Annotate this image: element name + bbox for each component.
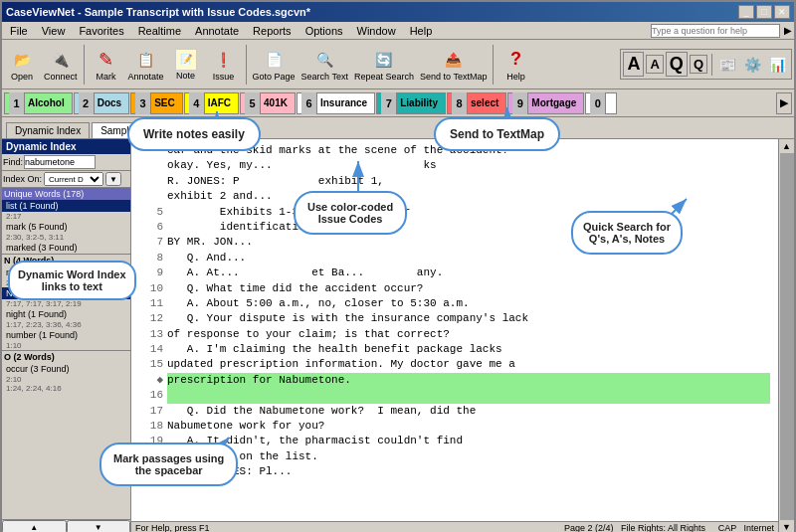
minimize-button[interactable]: _ [738,5,754,19]
menu-favorites[interactable]: Favorites [73,24,129,38]
word-lines-list: 2:17 [2,212,130,221]
word-lines-mark: 2:30, 3:2-5, 3:11 [2,233,130,242]
transcript-line: 7 BY MR. JON... [139,235,770,250]
sidebar-scroll-down[interactable]: ▼ [67,520,131,532]
transcript-line: R. JONES: P exhibit 1, [139,174,770,189]
issue-code-3[interactable]: 3 SEC [130,92,183,114]
font-large-a[interactable]: A [623,52,644,77]
word-item-occur[interactable]: occur (3 Found) [2,363,130,375]
title-bar-buttons: _ □ ✕ [738,5,790,19]
issue-code-5[interactable]: 5 401K [240,92,296,114]
toolbar: 📂 Open 🔌 Connect ✎ Mark 📋 Annotate 📝 Not… [2,40,794,89]
maximize-button[interactable]: □ [756,5,772,19]
scroll-down-arrow[interactable]: ▼ [782,522,791,532]
tab-dynamic-index[interactable]: Dynamic Index [6,122,90,138]
transcript-line: 9 A. At... et Ba... any. [139,266,770,280]
separator-3 [493,45,494,85]
note-icon: 📝 [175,49,197,71]
sidebar: Dynamic Index Find: Index On: Current D … [2,139,131,532]
word-item-marked[interactable]: marked (3 Found) [2,242,130,254]
open-icon: 📂 [10,48,34,72]
font-small-a[interactable]: A [646,55,663,74]
main-window: CaseViewNet - Sample Transcript with Iss… [0,0,796,532]
transcript-line: 11 A. About 5:00 a.m., no, closer to 5:3… [139,296,770,311]
find-input[interactable] [24,155,96,169]
issue-scroll[interactable]: ▶ [776,92,792,114]
issue-code-8[interactable]: 8 select [447,92,506,114]
connect-icon: 🔌 [49,48,73,72]
goto-page-button[interactable]: 📄 Goto Page [251,46,298,84]
icon-btn-3[interactable]: 📊 [766,56,789,74]
icon-btn-2[interactable]: ⚙️ [741,56,764,74]
options-button[interactable]: ▼ [105,172,121,186]
unique-words-header: Unique Words (178) [2,188,130,200]
menu-window[interactable]: Window [351,24,402,38]
close-button[interactable]: ✕ [774,5,790,19]
menu-options[interactable]: Options [299,24,349,38]
menu-bar: File View Favorites Realtime Annotate Re… [2,22,794,40]
issue-button[interactable]: ❗ Issue [206,46,242,84]
scroll-up-arrow[interactable]: ▲ [782,141,791,151]
mark-button[interactable]: ✎ Mark [89,46,124,84]
word-item-night[interactable]: night (1 Found) [2,308,130,320]
search-go-icon[interactable]: ▶ [784,25,792,36]
word-item-number[interactable]: number (1 Found) [2,329,130,341]
connect-button[interactable]: 🔌 Connect [42,46,80,84]
transcript-line: car and the skid marks at the scene of t… [139,143,770,158]
menu-file[interactable]: File [4,24,34,38]
transcript-line: 12 Q. Your dispute is with the insurance… [139,311,770,326]
tab-bar: Dynamic Index Sample Tra... Codes.sgcvn … [2,117,794,139]
word-lines-night: 1:17, 2:23, 3:36, 4:36 [2,320,130,329]
transcript-line: 6 identification.) [139,220,770,235]
transcript-line: exhibit 2 and... [139,189,770,204]
issue-code-9[interactable]: 9 Mortgage [507,92,584,114]
page-info: Page 2 (2/4) File Rights: All Rights CAP… [564,523,774,532]
word-item-mark[interactable]: mark (5 Found) [2,221,130,233]
mark-icon: ✎ [95,48,118,72]
issue-code-7[interactable]: 7 Liability [376,92,446,114]
transcript-line: 8 Q. And... [139,251,770,266]
icon-btn-1[interactable]: 📰 [716,56,739,74]
right-scrollbar[interactable]: ▲ ▼ [778,139,794,532]
sidebar-options-row: Index On: Current D ▼ [2,171,130,188]
sidebar-controls: ▲ ▼ [2,519,130,532]
index-on-select[interactable]: Current D [44,172,103,186]
note-button[interactable]: 📝 Note [168,47,204,83]
issue-code-0[interactable]: 0 [585,92,617,114]
font-large-q[interactable]: Q [666,52,688,77]
menu-annotate[interactable]: Annotate [189,24,245,38]
menu-realtime[interactable]: Realtime [132,24,187,38]
help-button[interactable]: ? Help [498,46,533,84]
issue-code-2[interactable]: 2 Docs [74,92,129,114]
transcript-line: 17 Q. Did the Nabumetone work? I mean, d… [139,404,770,419]
font-small-q[interactable]: Q [690,55,707,74]
transcript-line-16: ◆ 16 prescription for Nabumetone. [139,373,770,404]
menu-view[interactable]: View [36,24,72,38]
repeat-search-button[interactable]: 🔄 Repeat Search [352,46,416,84]
separator-1 [84,45,85,85]
help-search-input[interactable] [651,24,780,38]
issue-code-4[interactable]: 4 IAFC [184,92,239,114]
word-lines-occur2: 1:24, 2:24, 4:16 [2,384,130,393]
sidebar-scroll-up[interactable]: ▲ [2,520,67,532]
main-area: Dynamic Index Find: Index On: Current D … [2,139,794,532]
menu-help[interactable]: Help [404,24,439,38]
transcript-panel: car and the skid marks at the scene of t… [131,139,778,532]
annotate-button[interactable]: 📋 Annotate [126,46,166,84]
open-button[interactable]: 📂 Open [4,46,40,84]
issue-code-6[interactable]: 6 Insurance [297,92,375,114]
transcript-line: okay. Yes, my... ks [139,158,770,173]
search-text-button[interactable]: 🔍 Search Text [299,46,350,84]
index-on-label: Index On: [3,174,42,184]
send-textmap-button[interactable]: 📤 Send to TextMap [418,46,489,84]
word-lines-occur: 2:10 [2,375,130,384]
word-item-list[interactable]: list (1 Found) [2,200,130,212]
tab-transcript[interactable]: Sample Tra... Codes.sgcvn ✕ [92,122,240,138]
issue-code-1[interactable]: 1 Alcohol [4,92,73,114]
word-lines-number: 1:10 [2,341,130,350]
transcript-line: 14 A. I'm claiming the health benefit pa… [139,342,770,357]
menu-reports[interactable]: Reports [247,24,298,38]
word-item-nabumetone[interactable]: Nabumetone (4 Found) [2,287,130,299]
scroll-thumb[interactable] [780,153,794,520]
word-item-mean[interactable]: mean (1 Found) [2,266,130,278]
